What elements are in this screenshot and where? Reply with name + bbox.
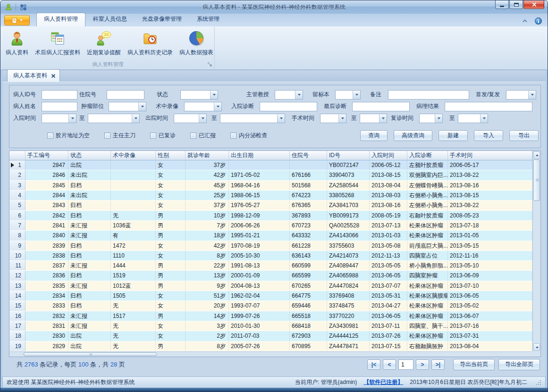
first-page-button[interactable]: |<: [367, 359, 380, 370]
filter-combo[interactable]: [174, 114, 207, 123]
license-status-link[interactable]: 【软件已注册】: [363, 378, 403, 386]
document-tab[interactable]: 病人基本资料: [7, 69, 60, 82]
filter-combo[interactable]: [360, 114, 387, 123]
filter-input[interactable]: [42, 102, 77, 111]
table-row[interactable]: 42844未出院女25岁1988-06-15674223338052682013…: [9, 191, 532, 200]
combo-dropdown-button[interactable]: [210, 91, 218, 99]
advanced-query-button[interactable]: 高级查询: [394, 130, 432, 141]
export-all-pages-button[interactable]: 导出全部页: [498, 359, 540, 370]
scroll-down-button[interactable]: [533, 343, 540, 351]
table-row[interactable]: 82840未汇报有男18岁1995-01-21643332ZA414306620…: [9, 231, 532, 241]
ribbon-button[interactable]: 病人资料: [2, 29, 32, 60]
table-row[interactable]: 102838归档1110女8岁2005-10-30636143ZA4214073…: [9, 251, 532, 261]
table-row[interactable]: 152833归档无女20岁1993-07-0765944633748475201…: [9, 301, 532, 311]
info-icon[interactable]: [535, 17, 542, 25]
filter-combo[interactable]: [180, 90, 218, 100]
table-row[interactable]: 192829出院无男8岁2005-07-26670895ZA4478471201…: [9, 342, 532, 351]
filter-checkbox[interactable]: 已复诊: [150, 132, 176, 140]
table-row[interactable]: 72841未汇报1036蓝男7岁2006-06-26670723QA002552…: [9, 221, 532, 231]
ribbon-tab-1[interactable]: 病人资料管理: [36, 13, 85, 26]
table-row[interactable]: 112837未汇报1444男22岁1991-08-13660599ZA40894…: [9, 261, 532, 271]
filter-combo[interactable]: [184, 102, 222, 111]
table-row[interactable]: 92839归档1472女42岁1970-08-19661228337556032…: [9, 241, 532, 251]
minimize-button[interactable]: [495, 0, 509, 9]
ribbon-button[interactable]: 术后病人汇报资料: [32, 29, 84, 60]
horizontal-scrollbar[interactable]: [9, 351, 532, 357]
new-button[interactable]: 新建: [438, 130, 468, 141]
filter-input[interactable]: [260, 102, 317, 111]
dialog-launcher-icon[interactable]: [207, 61, 213, 67]
filter-combo[interactable]: [506, 90, 536, 100]
vertical-scrollbar[interactable]: [532, 151, 540, 351]
vertical-scrollbar-thumb[interactable]: [533, 159, 540, 201]
table-row[interactable]: 122836归档1519男13岁2000-01-09665599ZA406598…: [9, 271, 532, 281]
column-header[interactable]: ID号: [327, 151, 370, 160]
resize-grip-icon[interactable]: [536, 380, 541, 385]
filter-input[interactable]: [107, 90, 144, 100]
column-header[interactable]: 性别: [156, 151, 185, 160]
close-button[interactable]: [523, 0, 544, 9]
combo-dropdown-button[interactable]: [199, 114, 206, 123]
combo-dropdown-button[interactable]: [338, 114, 346, 123]
filter-combo[interactable]: [335, 90, 361, 100]
filter-combo[interactable]: [220, 114, 285, 123]
tab-close-icon[interactable]: [51, 74, 55, 78]
combo-dropdown-button[interactable]: [379, 114, 387, 123]
combo-dropdown-button[interactable]: [528, 91, 536, 99]
column-header[interactable]: 出生日期: [229, 151, 290, 160]
combo-dropdown-button[interactable]: [277, 114, 285, 123]
table-row[interactable]: 162832未汇报1517男14岁1999-07-266655183377022…: [9, 311, 532, 321]
ribbon-button[interactable]: 病人数据报表: [176, 29, 217, 60]
maximize-button[interactable]: [509, 0, 523, 9]
filter-combo[interactable]: [419, 114, 443, 123]
column-header[interactable]: 手工编号: [25, 151, 68, 160]
filter-combo[interactable]: [458, 114, 488, 123]
column-header[interactable]: 入院时间: [370, 151, 407, 160]
combo-dropdown-button[interactable]: [480, 114, 488, 123]
combo-dropdown-button[interactable]: [435, 114, 442, 123]
filter-combo[interactable]: [109, 102, 146, 111]
page-number-input[interactable]: [398, 359, 413, 370]
combo-dropdown-button[interactable]: [68, 114, 76, 123]
query-button[interactable]: 查询: [360, 130, 388, 141]
combo-dropdown-button[interactable]: [138, 102, 146, 111]
ribbon-tab-3[interactable]: 光盘录像带管理: [135, 13, 189, 26]
filter-input[interactable]: [42, 90, 77, 100]
column-header[interactable]: 入院诊断: [407, 151, 448, 160]
table-row[interactable]: 22846未出院女42岁1971-05-02676166339040732013…: [9, 170, 532, 180]
scroll-up-button[interactable]: [533, 151, 540, 159]
table-row[interactable]: 32845归档女45岁1968-04-16501568ZA25805442013…: [9, 181, 532, 191]
export-current-page-button[interactable]: 导出当前页: [453, 359, 495, 370]
table-row[interactable]: 172831未汇报无女3岁2010-01-30668418ZA343098120…: [9, 321, 532, 331]
column-header[interactable]: 就诊年龄: [185, 151, 229, 160]
filter-checkbox[interactable]: 已汇报: [190, 132, 216, 140]
table-row[interactable]: 52843归档女37岁1976-05-27676365ZA38417032013…: [9, 200, 532, 210]
table-row[interactable]: 182830出院无女2岁2011-07-03672903ZA4444125201…: [9, 331, 532, 341]
combo-dropdown-button[interactable]: [353, 91, 360, 99]
column-header[interactable]: 手术时间: [448, 151, 532, 160]
column-header[interactable]: 状态: [68, 151, 111, 160]
column-header[interactable]: 术中录像: [111, 151, 156, 160]
last-page-button[interactable]: >|: [431, 359, 445, 370]
filter-checkbox[interactable]: 主任主刀: [104, 132, 135, 140]
ribbon-button[interactable]: 病人资料历史记录: [124, 29, 176, 60]
filter-checkbox[interactable]: 内分泌检查: [230, 132, 267, 140]
filter-combo[interactable]: [42, 114, 76, 123]
horizontal-scrollbar-thumb[interactable]: [24, 352, 157, 356]
table-row[interactable]: 132835未汇报1012蓝男9岁2004-08-13670265ZA44708…: [9, 281, 532, 291]
quick-access-icon[interactable]: [19, 3, 27, 11]
filter-combo[interactable]: [88, 114, 140, 123]
application-menu-button[interactable]: [4, 15, 30, 25]
table-row[interactable]: 142834归档1505女51岁1962-02-0466477533769408…: [9, 291, 532, 301]
ribbon-tab-4[interactable]: 系统管理: [189, 13, 227, 26]
filter-combo[interactable]: [320, 114, 346, 123]
next-page-button[interactable]: >: [416, 359, 429, 370]
table-row[interactable]: 12847出院女37岁YB00721472006-05-12左额叶胶质瘤2006…: [9, 160, 532, 170]
ribbon-tab-2[interactable]: 科室人员信息: [85, 13, 135, 26]
filter-checkbox[interactable]: 胶片地址为空: [47, 132, 90, 140]
combo-dropdown-button[interactable]: [214, 102, 221, 111]
column-header[interactable]: 住院号: [290, 151, 327, 160]
table-row[interactable]: 62842归档无男10岁1998-12-09367893YB0099173200…: [9, 211, 532, 221]
combo-dropdown-button[interactable]: [295, 91, 303, 99]
filter-input[interactable]: [352, 102, 410, 111]
